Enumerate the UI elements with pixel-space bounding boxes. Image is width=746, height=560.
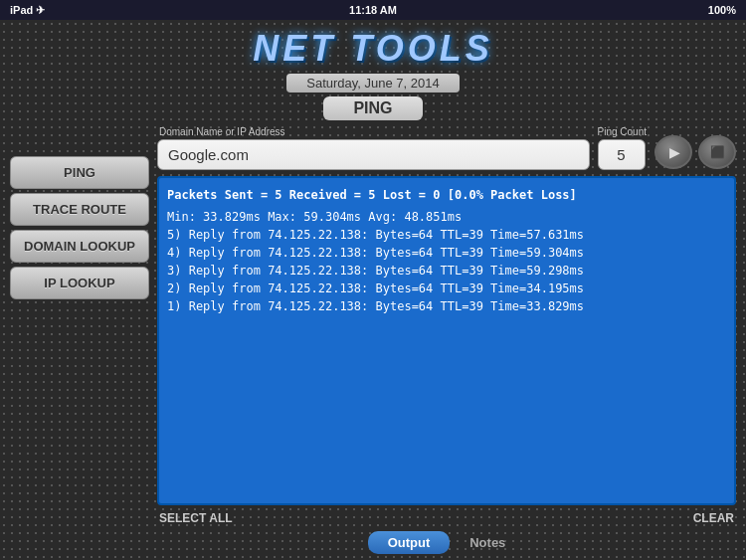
status-right: 100% xyxy=(708,4,736,16)
count-group: Ping Count xyxy=(598,126,647,170)
status-time: 11:18 AM xyxy=(349,4,397,16)
output-line-2: 2) Reply from 74.125.22.138: Bytes=64 TT… xyxy=(167,280,726,297)
main-background: NET TOOLS Saturday, June 7, 2014 PING PI… xyxy=(0,20,746,560)
stop-button[interactable] xyxy=(698,135,736,169)
output-line-4: 4) Reply from 74.125.22.138: Bytes=64 TT… xyxy=(167,244,726,262)
status-bar: iPad ✈ 11:18 AM 100% xyxy=(0,0,746,20)
ipad-label: iPad ✈ xyxy=(10,4,45,17)
select-all-button[interactable]: SELECT ALL xyxy=(159,511,233,525)
battery-label: 100% xyxy=(708,4,736,16)
status-left: iPad ✈ xyxy=(10,4,45,17)
count-label: Ping Count xyxy=(598,126,647,137)
date-bar: Saturday, June 7, 2014 xyxy=(286,74,459,93)
output-area: Packets Sent = 5 Received = 5 Lost = 0 [… xyxy=(157,176,736,505)
sidebar-item-ping[interactable]: PING xyxy=(10,156,149,189)
tab-notes[interactable]: Notes xyxy=(450,531,525,554)
domain-input-group: Domain Name or IP Address xyxy=(157,126,590,170)
input-row: Domain Name or IP Address Ping Count xyxy=(157,126,736,170)
tool-title: PING xyxy=(323,96,422,120)
sidebar-item-ip-lookup[interactable]: IP LOOKUP xyxy=(10,267,149,299)
domain-label: Domain Name or IP Address xyxy=(157,126,590,137)
app-title: NET TOOLS xyxy=(253,28,492,70)
content-area: PING TRACE ROUTE DOMAIN LOOKUP IP LOOKUP… xyxy=(0,120,746,560)
ping-count-input[interactable] xyxy=(598,139,646,170)
sidebar-item-domain-lookup[interactable]: DOMAIN LOOKUP xyxy=(10,230,149,263)
sidebar: PING TRACE ROUTE DOMAIN LOOKUP IP LOOKUP xyxy=(10,126,149,554)
right-panel: Domain Name or IP Address Ping Count Pac… xyxy=(157,126,736,554)
play-button[interactable] xyxy=(654,135,692,169)
output-line-1: 1) Reply from 74.125.22.138: Bytes=64 TT… xyxy=(167,297,726,315)
button-group xyxy=(654,135,736,170)
action-row: SELECT ALL CLEAR xyxy=(157,511,736,525)
output-line-3: 3) Reply from 74.125.22.138: Bytes=64 TT… xyxy=(167,262,726,280)
sidebar-item-trace-route[interactable]: TRACE ROUTE xyxy=(10,193,149,226)
tab-row: Output Notes xyxy=(157,531,736,554)
domain-input[interactable] xyxy=(157,139,590,170)
tab-output[interactable]: Output xyxy=(368,531,451,554)
output-line-5: 5) Reply from 74.125.22.138: Bytes=64 TT… xyxy=(167,226,726,244)
clear-button[interactable]: CLEAR xyxy=(693,511,734,525)
output-line-summary: Packets Sent = 5 Received = 5 Lost = 0 [… xyxy=(167,186,726,204)
output-line-stats: Min: 33.829ms Max: 59.304ms Avg: 48.851m… xyxy=(167,208,726,226)
